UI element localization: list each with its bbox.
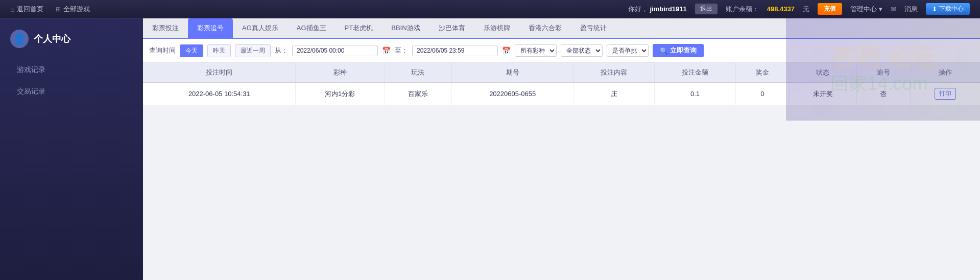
to-label: 至：: [395, 46, 408, 55]
avatar: 👤: [10, 30, 29, 48]
table-header-row: 投注时间 彩种 玩法 期号 投注内容 投注金额: [143, 63, 980, 83]
table-row: 2022-06-05 10:54:31 河内1分彩 百家乐 20220605-0…: [143, 83, 980, 105]
tab-chess-games[interactable]: 乐游棋牌: [474, 18, 519, 39]
col-bet-time: 投注时间: [143, 63, 296, 83]
message-label: 消息: [904, 5, 918, 14]
search-icon: 🔍: [660, 47, 668, 55]
col-play: 玩法: [384, 63, 451, 83]
cell-status: 未开奖: [789, 83, 856, 105]
balance-unit: 元: [803, 5, 809, 14]
balance-label: 账户余额：: [726, 5, 759, 14]
sidebar-item-transaction-records[interactable]: 交易记录: [0, 81, 143, 102]
tab-lottery-chase[interactable]: 彩票追号: [188, 18, 233, 39]
mail-icon: ✉: [891, 5, 896, 13]
cell-chase: 否: [856, 83, 910, 105]
tab-bbin-games[interactable]: BBIN游戏: [382, 18, 429, 39]
col-prize: 奖金: [735, 63, 789, 83]
col-action: 操作: [910, 63, 980, 83]
all-games-label: 全部游戏: [63, 5, 90, 14]
cell-play: 百家乐: [384, 83, 451, 105]
cell-prize: 0: [735, 83, 789, 105]
top-nav-left: ⌂ 返回首页 ⊞ 全部游戏: [10, 5, 90, 14]
yesterday-filter-btn[interactable]: 昨天: [207, 44, 231, 57]
query-time-label: 查询时间: [149, 46, 176, 55]
tab-pt-slots[interactable]: PT老虎机: [336, 18, 383, 39]
sidebar-navigation: 游戏记录 交易记录: [0, 59, 143, 102]
single-select[interactable]: 是否单挑: [607, 44, 649, 57]
logout-button[interactable]: 退出: [695, 4, 718, 14]
col-content: 投注内容: [573, 63, 655, 83]
col-chase: 追号: [856, 63, 910, 83]
admin-center-link[interactable]: 管理中心 ▾: [850, 5, 882, 14]
cell-action: 打印: [910, 83, 980, 105]
cell-amount: 0.1: [655, 83, 736, 105]
sidebar-item-game-records[interactable]: 游戏记录: [0, 59, 143, 81]
last-week-filter-btn[interactable]: 最近一周: [235, 44, 271, 57]
col-amount: 投注金额: [655, 63, 736, 83]
col-lottery: 彩种: [296, 63, 384, 83]
all-games-link[interactable]: ⊞ 全部游戏: [56, 5, 90, 14]
cell-lottery: 河内1分彩: [296, 83, 384, 105]
download-button[interactable]: ⬇ 下载中心: [926, 3, 970, 15]
top-nav-right: 你好， jimbird1911 退出 账户余额： 498.4337 元 充值 管…: [628, 3, 970, 15]
grid-icon: ⊞: [56, 6, 61, 13]
from-calendar-icon[interactable]: 📅: [382, 46, 391, 55]
cell-bet-time: 2022-06-05 10:54:31: [143, 83, 296, 105]
filter-bar: 查询时间 今天 昨天 最近一周 从： 📅 至： 📅 所有彩种 全部状态 是否单挑…: [143, 39, 980, 63]
print-button[interactable]: 打印: [935, 88, 956, 100]
status-select[interactable]: 全部状态: [561, 44, 603, 57]
tab-ag-fishing[interactable]: AG捕鱼王: [288, 18, 336, 39]
main-content: 杏吧 论坛 回家14.com 👤 个人中心 游戏记录 交易记录 彩票投注 彩票追…: [0, 18, 980, 280]
from-date-input[interactable]: [292, 45, 378, 56]
chevron-down-icon: ▾: [879, 5, 882, 13]
tab-profit-stats[interactable]: 盈亏统计: [571, 18, 616, 39]
from-label: 从：: [275, 46, 288, 55]
search-button[interactable]: 🔍 立即查询: [653, 44, 704, 57]
data-table: 投注时间 彩种 玩法 期号 投注内容 投注金额: [143, 63, 980, 105]
col-period: 期号: [451, 63, 573, 83]
col-status: 状态: [789, 63, 856, 83]
recharge-button[interactable]: 充值: [818, 3, 842, 15]
home-label: 返回首页: [17, 5, 43, 14]
to-calendar-icon[interactable]: 📅: [502, 46, 511, 55]
today-filter-btn[interactable]: 今天: [180, 44, 203, 57]
tab-ag-live[interactable]: AG真人娱乐: [233, 18, 288, 39]
lottery-type-select[interactable]: 所有彩种: [515, 44, 557, 57]
sidebar-title: 个人中心: [34, 33, 70, 45]
cell-content: 庄: [573, 83, 655, 105]
username-text: jimbird1911: [650, 5, 687, 13]
download-icon: ⬇: [932, 6, 937, 13]
tab-bar: 彩票投注 彩票追号 AG真人娱乐 AG捕鱼王 PT老虎机 BBIN游戏 沙巴体育…: [143, 18, 980, 39]
cell-period: 20220605-0655: [451, 83, 573, 105]
admin-label: 管理中心: [850, 5, 877, 14]
top-navigation: ⌂ 返回首页 ⊞ 全部游戏 你好， jimbird1911 退出 账户余额： 4…: [0, 0, 980, 18]
home-icon: ⌂: [10, 5, 14, 13]
home-link[interactable]: ⌂ 返回首页: [10, 5, 43, 14]
greeting-text: 你好， jimbird1911: [628, 5, 687, 14]
content-panel: 彩票投注 彩票追号 AG真人娱乐 AG捕鱼王 PT老虎机 BBIN游戏 沙巴体育…: [143, 18, 980, 280]
tab-saba-sports[interactable]: 沙巴体育: [429, 18, 474, 39]
sidebar-header: 👤 个人中心: [0, 24, 143, 54]
tab-hk-lottery[interactable]: 香港六合彩: [519, 18, 571, 39]
to-date-input[interactable]: [412, 45, 498, 56]
sidebar: 👤 个人中心 游戏记录 交易记录: [0, 18, 143, 280]
tab-lottery-bet[interactable]: 彩票投注: [143, 18, 188, 39]
balance-amount: 498.4337: [767, 5, 795, 13]
